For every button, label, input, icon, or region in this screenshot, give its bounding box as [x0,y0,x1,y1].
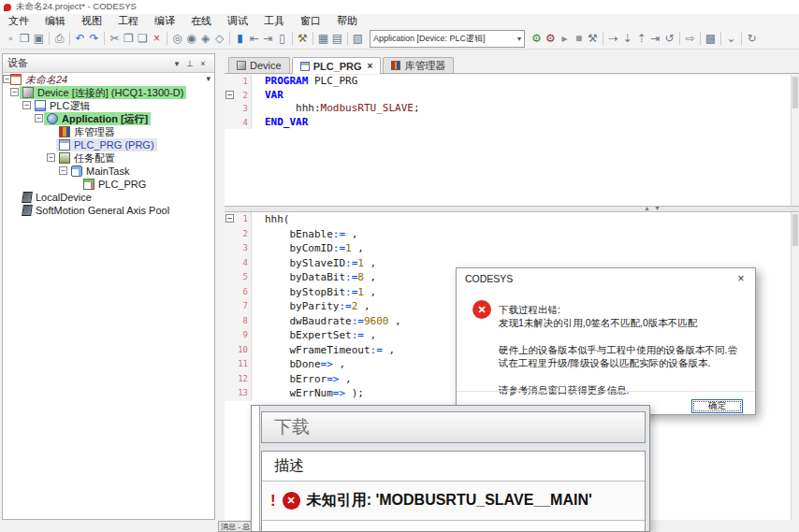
save-icon[interactable]: ▣ [32,31,46,46]
menu-item[interactable]: 工具 [264,14,284,28]
code-token: := [333,228,345,240]
find-icon[interactable]: ◎ [170,31,184,46]
messages-tab-label: 消息 - 总 [221,522,250,532]
step-into-icon[interactable]: ⇣ [620,31,634,46]
expand-toggle[interactable]: − [47,153,55,162]
toolbar-separator [347,32,348,45]
menu-item[interactable]: 工程 [118,14,138,28]
tree-item-task-configuration[interactable]: −任务配置 [3,151,214,165]
set-next-statement-icon[interactable]: ⇨ [683,31,697,46]
tab-device[interactable]: Device [228,57,290,73]
project-settings-icon[interactable]: ▧ [351,31,365,46]
tree-item-project-root[interactable]: −未命名24▾ [3,73,214,86]
previous-bookmark-icon[interactable]: ⇤ [247,31,261,46]
tab-library-manager[interactable]: 库管理器 [383,57,454,73]
pin-icon[interactable]: ⊥ [183,59,196,68]
cut-icon[interactable]: ✂ [108,31,122,46]
online-tools-icon[interactable]: ⚒ [586,31,600,46]
tree-item-plc-logic[interactable]: −PLC逻辑 [3,99,214,112]
generate-code-icon[interactable]: ▦ [316,31,330,46]
delete-icon[interactable]: × [150,31,164,46]
code-line: 4END_VAR [225,116,792,130]
copy-icon[interactable]: ❐ [122,31,136,46]
toggle-bookmark-icon[interactable]: ▮ [233,31,247,46]
stop-icon[interactable]: ■ [572,31,586,46]
pou-icon [300,62,310,71]
declaration-scrollbar[interactable] [791,75,799,206]
step-out-icon[interactable]: ⇡ [634,31,648,46]
fold-toggle-icon[interactable]: − [225,91,234,99]
expand-toggle[interactable]: − [59,166,67,175]
menu-item[interactable]: 视图 [81,14,102,28]
undo-icon[interactable]: ↶ [73,31,87,46]
expand-toggle[interactable]: − [10,88,19,96]
menu-item[interactable]: 在线 [191,14,211,28]
menu-item[interactable]: 编译 [154,14,175,28]
declaration-editor[interactable]: 1PROGRAM PLC_PRG−2VAR3 hhh:ModbusRTU_SLA… [225,75,792,206]
code-text: byStopBit:=1 , [252,285,376,300]
tree-item-label: 库管理器 [74,125,115,139]
start-icon[interactable]: ▸ [558,31,572,46]
fold-toggle-icon[interactable]: − [225,214,234,223]
tree-item-library-manager[interactable]: 库管理器 [3,125,214,138]
new-file-icon[interactable]: ▫ [4,31,18,46]
tree-item-maintask[interactable]: −MainTask [3,165,214,178]
redo-icon[interactable]: ↷ [87,31,101,46]
open-file-icon[interactable]: ❒ [18,31,32,46]
ok-button[interactable]: 确定 [691,399,743,413]
menu-item[interactable]: 窗口 [300,14,321,28]
toolbar-separator [104,32,105,45]
splitter-arrows-icon[interactable]: ▲▼ [644,205,664,211]
tree-item-plc-prg[interactable]: PLC_PRG (PRG) [3,138,214,151]
error-badge-icon: ✕ [283,492,300,510]
code-token: := [370,344,383,356]
clear-bookmarks-icon[interactable]: ▯ [275,31,289,46]
replace-all-icon[interactable]: ◇ [212,31,226,46]
maintask-icon [71,165,82,177]
menu-item[interactable]: 文件 [8,14,29,28]
error-message-row[interactable]: ! ✕ 未知引用: 'MODBUSRTU_SLAVE__MAIN' [262,482,645,521]
login-icon[interactable]: ⚙ [530,31,544,46]
generate-boot-icon[interactable]: ▤ [330,31,344,46]
menu-item[interactable]: 帮助 [337,14,357,28]
print-icon[interactable]: ⎙ [52,31,66,46]
tree-item-maintask-plc-prg[interactable]: PLC_PRG [3,178,214,191]
tab-plc-prg[interactable]: PLC_PRG× [292,57,382,74]
step-over-icon[interactable]: ⇢ [606,31,620,46]
editor-splitter[interactable]: ▲▼ [225,206,799,212]
tree-item-softmotion[interactable]: SoftMotion General Axis Pool [3,204,214,217]
find-replace-icon[interactable]: ◈ [198,31,212,46]
toolbar-separator [700,32,701,45]
implementation-scrollbar[interactable] [791,212,799,520]
tree-item-localdevice[interactable]: LocalDevice [3,191,214,204]
line-number: 7 [236,299,252,314]
expand-toggle[interactable]: − [22,101,31,109]
logout-icon[interactable]: ⚙ [544,31,558,46]
tree-item-label: PLC_PRG (PRG) [74,139,154,151]
run-to-cursor-icon[interactable]: ⇥ [648,31,662,46]
panel-menu-icon[interactable]: ▾ [170,59,183,68]
tree-item-device[interactable]: −Device [连接的] (HCQ1-1300-D) [3,86,214,99]
incremental-search-icon[interactable]: ◉ [184,31,198,46]
force-values-icon[interactable]: ⌄ [724,31,738,46]
menu-item[interactable]: 调试 [227,14,248,28]
line-number: 13 [236,386,252,401]
paste-icon[interactable]: ❏ [136,31,150,46]
expand-toggle[interactable]: − [35,114,43,122]
dialog-close-icon[interactable]: × [727,272,755,285]
line-number: 9 [236,328,252,343]
flow-control-icon[interactable]: ▩ [704,31,718,46]
code-token: , [364,286,376,298]
reset-icon[interactable]: ↺ [662,31,676,46]
panel-close-icon[interactable]: × [196,59,210,68]
menu-item[interactable]: 编辑 [45,14,65,28]
tree-item-application[interactable]: −Application [运行] [3,112,214,125]
build-icon[interactable]: ⚒ [296,31,310,46]
lib-icon [391,61,400,70]
tab-close-icon[interactable]: × [368,61,373,71]
next-bookmark-icon[interactable]: ⇥ [261,31,275,46]
tree-item-content: 任务配置 [56,151,118,165]
tree-dropdown-icon[interactable]: ▾ [206,74,211,83]
active-application-combo[interactable]: Application [Device: PLC逻辑]▾ [370,30,525,48]
refresh-icon[interactable]: ↻ [745,31,759,46]
